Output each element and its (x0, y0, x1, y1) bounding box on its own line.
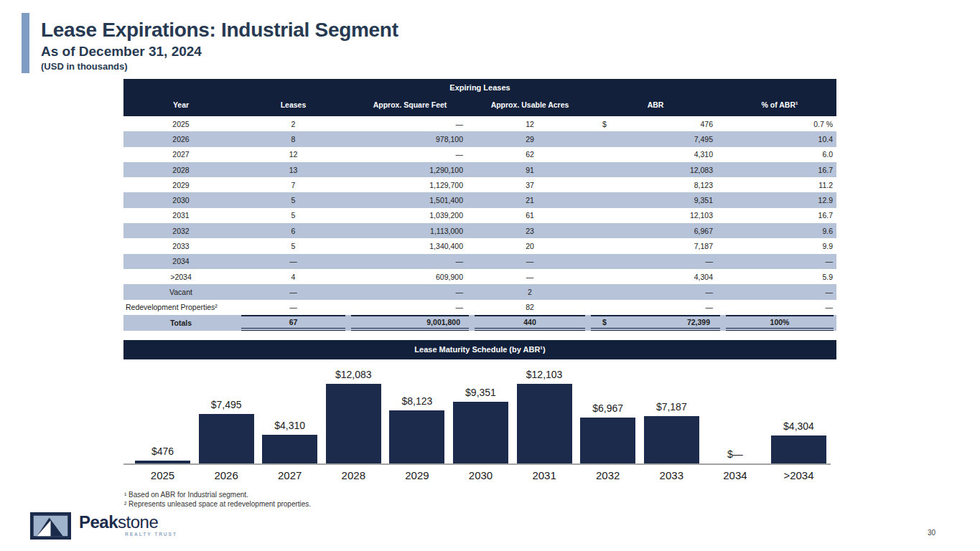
bar-2032 (580, 418, 635, 463)
table-row: 20252—12$4760.7 % (123, 116, 836, 131)
logo-word-peak: Peak (79, 512, 118, 532)
x-axis-label: 2034 (704, 469, 767, 481)
bar-value-label: $476 (120, 446, 206, 457)
x-axis-label: 2030 (449, 469, 513, 481)
table-row: >20344609,900—4,3045.9 (123, 269, 836, 284)
dollar-sign: $ (602, 318, 607, 326)
footnote-1: ¹ Based on ABR for Industrial segment. (124, 491, 311, 500)
table-column-headers: Year Leases Approx. Square Feet Approx. … (123, 92, 836, 113)
table-row: 2028131,290,1009112,08316.7 (123, 162, 836, 177)
x-axis-line (123, 463, 831, 465)
bar-value-label: $4,310 (247, 420, 333, 431)
table-row: 203051,501,400219,35112.9 (123, 192, 836, 207)
column-header-acres: Approx. Usable Acres (472, 100, 588, 109)
footnote-2: ² Represents unleased space at redevelop… (124, 500, 311, 509)
x-axis-labels: 2025202620272028202920302031203220332034… (123, 469, 836, 484)
bar-2027 (262, 435, 317, 463)
bar-value-label: $7,187 (628, 401, 714, 413)
slide: Lease Expirations: Industrial Segment As… (0, 0, 980, 551)
footnotes: ¹ Based on ABR for Industrial segment. ²… (124, 491, 311, 509)
dollar-sign: $ (602, 120, 607, 128)
table-header: Expiring Leases Year Leases Approx. Squa… (123, 79, 836, 116)
bar-2025 (135, 461, 190, 463)
table-row: 2034————— (123, 254, 836, 269)
table-group-header: Expiring Leases (123, 79, 836, 92)
chart-header: Lease Maturity Schedule (by ABR¹) (123, 340, 836, 359)
units-note: (USD in thousands) (41, 61, 128, 72)
logo-tagline: REALTY TRUST (125, 532, 177, 537)
x-axis-label: 2027 (258, 469, 322, 481)
bar-2029 (389, 410, 444, 463)
page-number: 30 (928, 529, 935, 537)
table-row: 203151,039,2006112,10316.7 (123, 208, 836, 223)
totals-row: Totals679,001,800440$72,399100% (123, 315, 836, 331)
x-axis-label: 2029 (386, 469, 449, 481)
column-header-abr: ABR (588, 100, 723, 109)
column-header-pct-of-abr: % of ABR¹ (723, 100, 836, 109)
table-row: 203261,113,000236,9679.6 (123, 223, 836, 238)
x-axis-label: 2033 (640, 469, 703, 481)
x-axis-label: 2028 (322, 469, 385, 481)
bar-value-label: $9,351 (438, 387, 524, 398)
bar-2033 (644, 416, 699, 463)
table-row: 203351,340,400207,1879.9 (123, 238, 836, 253)
bar-value-label: $4,304 (756, 420, 842, 432)
table-row: 202712—624,3106.0 (123, 147, 836, 162)
bar->2034 (771, 435, 826, 463)
peakstone-logo: Peakstone REALTY TRUST (30, 512, 177, 540)
x-axis-label: 2031 (513, 469, 576, 481)
table-row: 20268978,100297,49510.4 (123, 131, 836, 146)
logo-wordmark: Peakstone REALTY TRUST (79, 514, 177, 537)
bar-chart: $476$7,495$4,310$12,083$8,123$9,351$12,1… (123, 359, 836, 465)
column-header-leases: Leases (238, 100, 348, 109)
title-accent-bar (22, 13, 29, 73)
table-row: 202971,129,700378,12311.2 (123, 177, 836, 192)
x-axis-label: 2025 (131, 469, 195, 481)
bar-2030 (453, 402, 508, 463)
table-body: 20252—12$4760.7 %20268978,100297,49510.4… (123, 116, 836, 331)
bar-value-label: $12,103 (501, 369, 587, 380)
page-subtitle: As of December 31, 2024 (41, 44, 202, 60)
bar-2028 (326, 384, 381, 463)
x-axis-label: >2034 (767, 469, 831, 481)
expiring-leases-table: Expiring Leases Year Leases Approx. Squa… (123, 79, 836, 331)
bar-2031 (517, 384, 572, 463)
logo-word-stone: stone (118, 512, 158, 532)
bar-value-label: $— (692, 448, 778, 460)
column-header-year: Year (123, 100, 238, 109)
logo-mark-icon (30, 512, 71, 540)
x-axis-label: 2032 (577, 469, 640, 481)
bar-value-label: $12,083 (310, 369, 396, 380)
table-row: Redevelopment Properties²——82—— (123, 300, 836, 315)
x-axis-label: 2026 (195, 469, 258, 481)
column-header-sqft: Approx. Square Feet (348, 100, 472, 109)
bar-2026 (199, 414, 254, 463)
table-row: Vacant——2—— (123, 284, 836, 299)
page-title: Lease Expirations: Industrial Segment (41, 19, 398, 42)
bar-value-label: $7,495 (183, 399, 269, 410)
